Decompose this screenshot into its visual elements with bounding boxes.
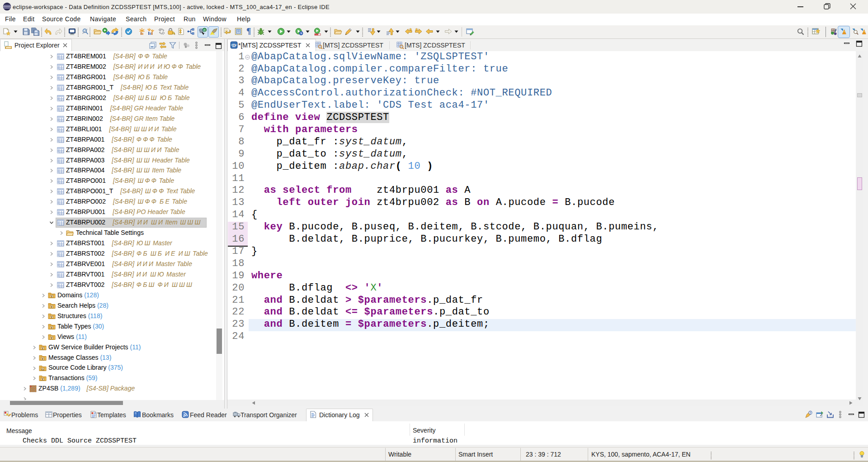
svg-text:T: T	[42, 377, 44, 381]
svg-text:?: ?	[809, 411, 811, 414]
svg-text:D: D	[232, 43, 236, 48]
svg-text:T: T	[51, 315, 53, 319]
svg-text:T: T	[51, 295, 53, 298]
svg-text:T: T	[42, 346, 44, 350]
svg-text:T: T	[51, 336, 53, 339]
svg-text:T: T	[42, 357, 44, 360]
svg-text:T: T	[51, 305, 53, 309]
svg-text:T: T	[51, 325, 53, 329]
svg-text:G: G	[41, 367, 44, 371]
svg-text:C: C	[203, 28, 206, 32]
